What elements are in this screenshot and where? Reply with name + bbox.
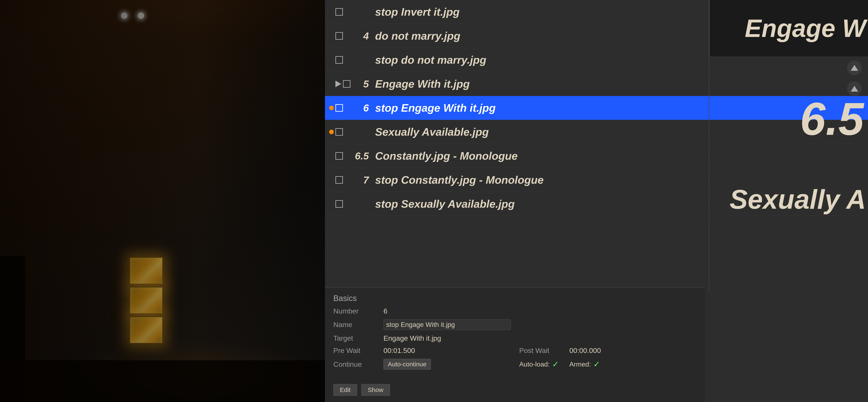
orange-dot-sexually bbox=[329, 130, 334, 134]
cue-number-7: 7 bbox=[346, 174, 375, 186]
nav-up-button-1[interactable] bbox=[847, 61, 862, 75]
arrow-up-icon-1 bbox=[851, 65, 858, 71]
cue-name-6-5: Constantly.jpg - Monologue bbox=[375, 149, 864, 162]
cue-icon-stop-sexually bbox=[335, 200, 343, 208]
cue-row-6-5[interactable]: 6.5 Constantly.jpg - Monologue bbox=[325, 144, 868, 168]
arrow-up-icon-2 bbox=[851, 86, 858, 92]
cue-icon-6 bbox=[335, 104, 343, 112]
cue-icon-4 bbox=[335, 32, 343, 40]
props-name-input[interactable]: stop Engage With it.jpg bbox=[383, 320, 511, 330]
cue-row-6[interactable]: 6 stop Engage With it.jpg bbox=[325, 96, 868, 120]
cue-number-6-5: 6.5 bbox=[346, 150, 375, 162]
preview-engage-panel: Engage W bbox=[709, 0, 868, 56]
armed-check: ✓ bbox=[593, 360, 600, 369]
bottom-buttons: Edit Show bbox=[333, 384, 390, 396]
props-name-label: Name bbox=[333, 321, 375, 329]
nav-buttons-area bbox=[847, 61, 862, 96]
orange-dot-6 bbox=[329, 106, 334, 110]
cue-icon-6-5 bbox=[335, 152, 343, 160]
properties-panel: Basics Number 6 Name stop Engage With it… bbox=[325, 287, 705, 402]
cue-number-4: 4 bbox=[346, 30, 375, 42]
edit-button[interactable]: Edit bbox=[333, 384, 357, 396]
auto-load-label: Auto-load: bbox=[519, 361, 550, 368]
props-target-value: Engage With it.jpg bbox=[383, 334, 511, 342]
auto-continue-button[interactable]: Auto-continue bbox=[383, 359, 431, 370]
cue-icon-stop-invert bbox=[335, 8, 343, 15]
props-pre-wait-value: 00:01.500 bbox=[383, 346, 511, 355]
props-section-title: Basics bbox=[333, 294, 697, 303]
props-target-label: Target bbox=[333, 334, 375, 342]
vertical-divider bbox=[709, 0, 709, 292]
props-post-wait-label: Post Wait bbox=[519, 346, 561, 355]
person-left bbox=[0, 256, 25, 402]
cue-name-sexually: Sexually Available.jpg bbox=[375, 126, 864, 138]
armed-label: Armed: bbox=[569, 361, 591, 368]
preview-engage-text: Engage W bbox=[745, 14, 866, 42]
cue-name-6: stop Engage With it.jpg bbox=[375, 102, 864, 114]
preview-sexually-a: Sexually A bbox=[730, 184, 866, 215]
auto-load-check: ✓ bbox=[552, 360, 559, 369]
cue-icon-7 bbox=[335, 176, 343, 184]
props-grid: Number 6 Name stop Engage With it.jpg Ta… bbox=[333, 307, 697, 370]
cue-number-6: 6 bbox=[346, 102, 375, 114]
props-auto-load[interactable]: Auto-load: ✓ bbox=[519, 360, 561, 369]
cue-number-5: 5 bbox=[346, 78, 375, 90]
props-post-wait-value: 00:00.000 bbox=[569, 346, 697, 355]
cue-icon-sexually bbox=[335, 128, 343, 136]
cue-row-sexually[interactable]: Sexually Available.jpg bbox=[325, 120, 868, 144]
props-armed[interactable]: Armed: ✓ bbox=[569, 360, 697, 369]
cue-name-5: Engage With it.jpg bbox=[375, 78, 864, 90]
cue-icon-play-5 bbox=[335, 80, 341, 87]
props-number-value: 6 bbox=[383, 307, 511, 315]
preview-number-large: 6.5 bbox=[800, 96, 864, 142]
props-continue-label: Continue bbox=[333, 360, 375, 368]
show-button[interactable]: Show bbox=[361, 384, 390, 396]
cue-icon-stop-do-not bbox=[335, 56, 343, 64]
props-pre-wait-label: Pre Wait bbox=[333, 346, 375, 355]
props-number-label: Number bbox=[333, 307, 375, 315]
cue-row-5[interactable]: 5 Engage With it.jpg bbox=[325, 72, 868, 96]
